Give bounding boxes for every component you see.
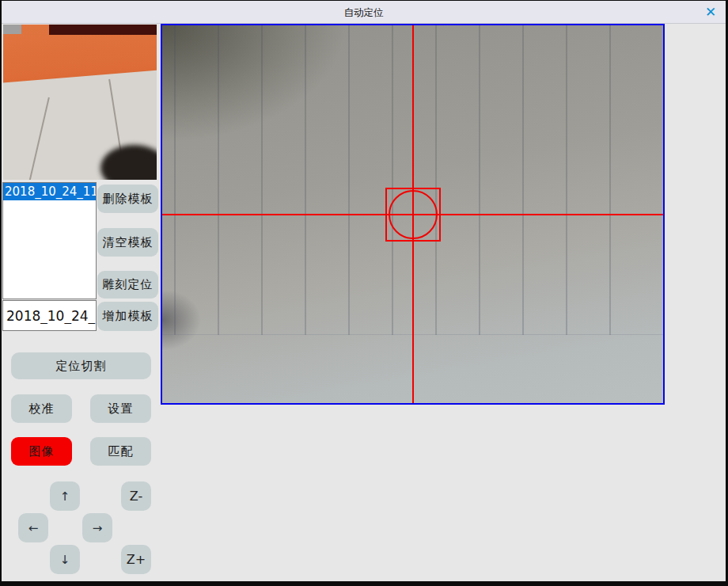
match-button[interactable]: 匹配 <box>90 437 151 466</box>
engrave-position-button[interactable]: 雕刻定位 <box>97 271 158 299</box>
jog-down-button[interactable]: ↓ <box>50 545 80 574</box>
window-title: 自动定位 <box>2 6 726 20</box>
clear-template-button[interactable]: 清空模板 <box>97 228 158 257</box>
dark-object <box>100 145 157 180</box>
camera-viewport[interactable] <box>161 24 665 405</box>
jog-left-button[interactable]: ← <box>18 513 48 542</box>
position-cut-button[interactable]: 定位切割 <box>11 352 151 379</box>
jog-z-minus-button[interactable]: Z- <box>121 481 151 511</box>
image-button[interactable]: 图像 <box>11 437 72 466</box>
delete-template-button[interactable]: 删除模板 <box>97 185 158 213</box>
jog-z-plus-button[interactable]: Z+ <box>121 545 151 574</box>
template-name-input[interactable] <box>2 300 97 331</box>
add-template-button[interactable]: 增加模板 <box>97 302 158 331</box>
close-icon[interactable]: ✕ <box>702 3 719 21</box>
list-item[interactable]: 2018_10_24_11 <box>3 183 96 200</box>
template-list[interactable]: 2018_10_24_11 <box>2 182 97 299</box>
orange-surface <box>3 25 157 108</box>
gray-patch <box>3 25 21 34</box>
target-circle <box>389 190 438 239</box>
calibrate-button[interactable]: 校准 <box>11 394 72 423</box>
jog-up-button[interactable]: ↑ <box>50 481 80 511</box>
titlebar: 自动定位 ✕ <box>2 1 726 24</box>
tile-grout-line <box>21 97 50 180</box>
settings-button[interactable]: 设置 <box>90 394 151 423</box>
dark-red-edge <box>49 25 157 35</box>
camera-thumbnail <box>3 25 157 180</box>
jog-right-button[interactable]: → <box>82 513 112 542</box>
